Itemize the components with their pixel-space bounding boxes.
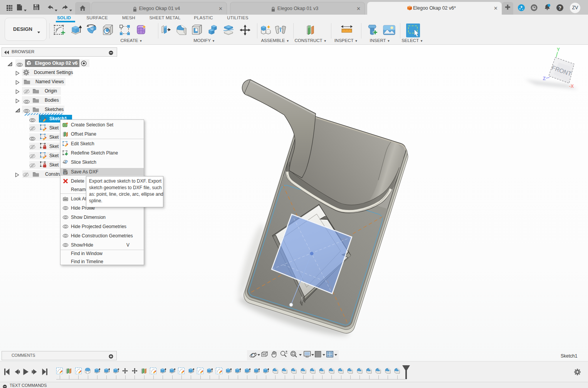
svg-text:-X: -X: [569, 84, 574, 89]
svg-text:Z: Z: [543, 76, 546, 81]
svg-text:?: ?: [558, 5, 561, 11]
svg-text:Y: Y: [557, 47, 560, 52]
svg-text:DXF: DXF: [64, 172, 67, 174]
